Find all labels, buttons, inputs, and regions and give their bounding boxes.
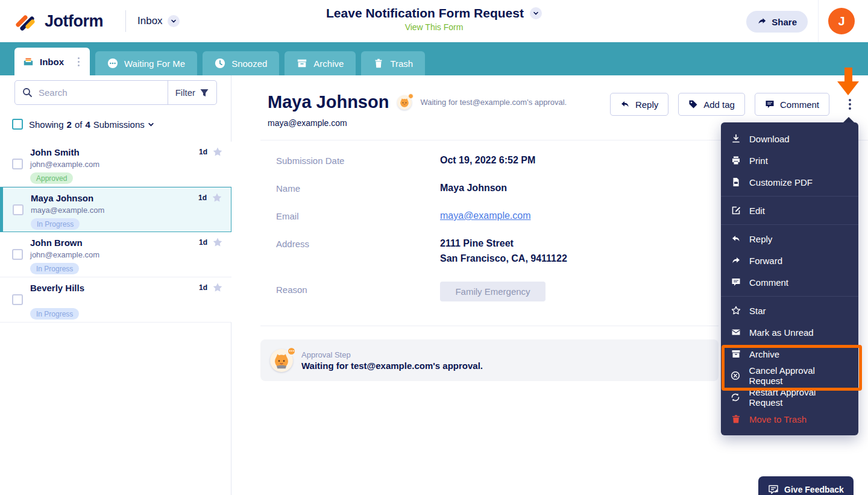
field-value: Oct 19, 2022 6:52 PM — [440, 153, 535, 168]
menu-divider — [721, 196, 858, 197]
menu-item-star[interactable]: Star — [721, 300, 858, 321]
menu-item-edit[interactable]: Edit — [721, 200, 858, 221]
menu-item-cancel-approval-request[interactable]: Cancel Approval Request — [721, 365, 858, 386]
showing-submissions-toggle[interactable]: Showing 2 of 4 Submissions — [29, 119, 154, 130]
submission-email: john@example.com — [30, 160, 99, 169]
header-divider — [818, 0, 819, 42]
menu-item-label: Comment — [749, 277, 788, 288]
showing-of: of — [75, 119, 83, 130]
star-outline-icon — [731, 306, 741, 316]
kebab-vertical-icon[interactable] — [76, 55, 81, 68]
star-icon[interactable] — [212, 147, 223, 157]
feedback-bubble-icon — [768, 484, 779, 495]
reply-button-label: Reply — [635, 99, 658, 110]
tab-label: Snoozed — [231, 58, 267, 69]
submissions-sidebar: Filter Showing 2 of 4 Submissions John S… — [0, 75, 231, 495]
status-badge: In Progress — [31, 218, 80, 230]
pdf-file-icon — [731, 177, 741, 188]
tab-waiting-for-me[interactable]: Waiting For Me — [95, 51, 197, 75]
view-this-form-link[interactable]: View This Form — [405, 22, 464, 32]
chevron-down-icon — [148, 121, 154, 128]
menu-item-label: Download — [749, 134, 790, 144]
select-all-checkbox[interactable] — [12, 119, 23, 130]
star-icon[interactable] — [212, 237, 223, 248]
address-line-1: 2111 Pine Street — [440, 236, 567, 251]
submission-row-john-brown[interactable]: John Brown john@example.com In Progress … — [0, 232, 231, 277]
menu-item-mark-as-unread[interactable]: Mark as Unread — [721, 321, 858, 343]
menu-item-label: Archive — [749, 349, 779, 359]
menu-divider — [721, 296, 858, 297]
menu-item-print[interactable]: Print — [721, 150, 858, 171]
menu-item-label: Edit — [749, 206, 765, 216]
email-link[interactable]: maya@example.com — [440, 208, 531, 223]
menu-divider — [721, 224, 858, 225]
submission-name: Maya Johnson — [31, 193, 93, 203]
detail-email: maya@example.com — [268, 118, 347, 128]
row-checkbox[interactable] — [12, 159, 23, 169]
tab-archive[interactable]: Archive — [285, 51, 356, 75]
menu-item-archive[interactable]: Archive — [721, 343, 858, 365]
title-chevron-down-icon[interactable] — [530, 7, 542, 19]
tab-trash[interactable]: Trash — [361, 51, 425, 75]
star-icon[interactable] — [212, 192, 222, 203]
tab-label: Archive — [313, 58, 344, 69]
tab-inbox[interactable]: Inbox — [14, 48, 90, 75]
menu-item-comment[interactable]: Comment — [721, 271, 858, 293]
edit-pencil-icon — [731, 206, 741, 216]
submission-row-beverly-hills[interactable]: Beverly Hills In Progress 1d — [0, 277, 231, 323]
podo-mascot-icon — [270, 349, 293, 372]
reason-value-pill: Family Emergency — [440, 282, 546, 301]
share-arrow-icon — [757, 17, 767, 27]
menu-item-reply[interactable]: Reply — [721, 228, 858, 250]
approval-status-text: Waiting for test@example.com's approval. — [301, 361, 483, 371]
row-checkbox[interactable] — [12, 294, 23, 305]
submission-name: John Brown — [30, 238, 83, 248]
comment-bubble-icon — [765, 99, 775, 109]
add-tag-button[interactable]: Add tag — [678, 93, 745, 116]
clock-icon — [215, 58, 225, 69]
menu-item-label: Cancel Approval Request — [749, 365, 849, 386]
give-feedback-label: Give Feedback — [784, 485, 844, 494]
field-label: Reason — [276, 282, 440, 301]
submission-row-john-smith[interactable]: John Smith john@example.com Approved 1d — [0, 142, 231, 187]
submission-list: John Smith john@example.com Approved 1d … — [0, 142, 231, 323]
search-input[interactable] — [39, 87, 168, 98]
tab-label: Trash — [390, 58, 413, 69]
submission-row-maya-johnson[interactable]: Maya Johnson maya@example.com In Progres… — [0, 187, 231, 232]
reply-arrow-icon — [731, 234, 741, 244]
trash-icon — [731, 414, 741, 424]
tag-icon — [688, 99, 698, 109]
tab-label: Waiting For Me — [124, 58, 185, 69]
menu-item-label: Star — [749, 306, 766, 316]
give-feedback-button[interactable]: Give Feedback — [758, 476, 854, 495]
filter-button[interactable]: Filter — [168, 81, 216, 104]
detail-name: Maya Johnson — [268, 92, 389, 112]
approval-step-label: Approval Step — [301, 350, 483, 359]
menu-item-download[interactable]: Download — [721, 128, 858, 150]
field-label: Address — [276, 236, 440, 266]
search-icon — [22, 87, 33, 98]
add-tag-button-label: Add tag — [703, 99, 735, 110]
more-actions-kebab-button[interactable] — [843, 95, 857, 113]
search-box: Filter — [14, 80, 217, 105]
archive-box-icon — [297, 58, 307, 69]
comment-button-label: Comment — [780, 99, 819, 110]
field-value: 2111 Pine Street San Francisco, CA, 9411… — [440, 236, 567, 266]
comment-button[interactable]: Comment — [755, 93, 829, 116]
menu-item-move-to-trash[interactable]: Move to Trash — [721, 408, 858, 430]
user-avatar[interactable]: J — [828, 8, 855, 34]
row-checkbox[interactable] — [12, 249, 23, 260]
field-label: Name — [276, 180, 440, 195]
reply-button[interactable]: Reply — [610, 93, 668, 116]
printer-icon — [731, 156, 741, 166]
menu-item-forward[interactable]: Forward — [721, 250, 858, 271]
share-button[interactable]: Share — [746, 11, 808, 33]
star-icon[interactable] — [212, 282, 223, 293]
row-checkbox[interactable] — [13, 204, 24, 215]
menu-item-customize-pdf[interactable]: Customize PDF — [721, 171, 858, 193]
waiting-note: Waiting for test@example.com's approval. — [420, 98, 567, 107]
menu-item-restart-approval-request[interactable]: Restart Approval Request — [721, 386, 858, 408]
tab-snoozed[interactable]: Snoozed — [203, 51, 279, 75]
submission-age: 1d — [198, 194, 207, 202]
showing-count: 2 — [67, 119, 72, 130]
